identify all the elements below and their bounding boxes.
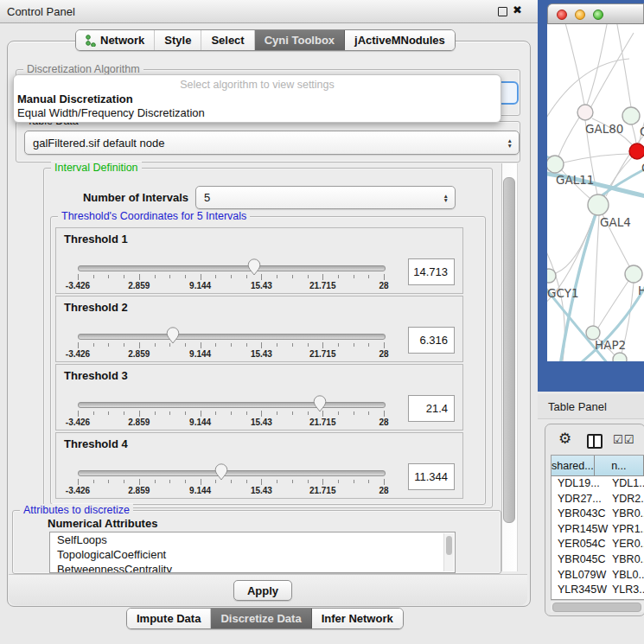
tick-mark <box>78 479 79 485</box>
tab-label: Network <box>100 34 144 47</box>
threshold-value-field[interactable]: 21.4 <box>408 395 455 422</box>
slider-thumb[interactable] <box>166 327 180 344</box>
table-cell: YDR2... <box>609 492 644 507</box>
table-row[interactable]: YDR27...YDR2... <box>552 492 644 507</box>
list-scrollbar-track[interactable] <box>443 533 454 571</box>
tick-mark <box>277 480 277 483</box>
attribute-item-topologicalcoefficient[interactable]: TopologicalCoefficient <box>50 547 455 562</box>
tab-discretize-data[interactable]: Discretize Data <box>211 609 311 628</box>
selected-red-node[interactable] <box>629 143 644 159</box>
tick-mark <box>261 411 262 417</box>
table-panel-title: Table Panel <box>538 400 607 413</box>
scale-label: 28 <box>379 281 388 290</box>
apply-button[interactable]: Apply <box>233 580 292 601</box>
bottom-node[interactable] <box>613 353 627 361</box>
scale-label: 2.859 <box>128 486 150 495</box>
tick-mark <box>277 343 277 347</box>
columns-icon[interactable] <box>587 434 603 449</box>
tick-mark <box>277 411 277 415</box>
slider-thumb[interactable] <box>247 258 261 276</box>
slider-thumb[interactable] <box>313 395 327 412</box>
tick-mark <box>124 411 124 415</box>
node-label-ga: GA <box>640 124 644 138</box>
tab-jactivemnodules[interactable]: jActiveMNodules <box>345 30 455 50</box>
threshold-value-field[interactable]: 11.344 <box>408 463 455 490</box>
node-table[interactable]: shared...n... YDL19...YDL1...YDR27...YDR… <box>551 455 644 600</box>
table-row[interactable]: YBR043CYBR0... <box>552 507 644 522</box>
dropdown-option-manual-discretization[interactable]: Manual Discretization <box>14 92 501 106</box>
tab-style[interactable]: Style <box>155 30 201 50</box>
gal4-node[interactable] <box>588 194 609 215</box>
tick-mark <box>308 480 309 483</box>
dropdown-option-equal-width-frequency-discretization[interactable]: Equal Width/Frequency Discretization <box>14 106 501 120</box>
numerical-attributes-list[interactable]: SelfLoopsTopologicalCoefficientBetweenne… <box>49 532 456 573</box>
tick-mark <box>124 343 124 347</box>
slider-thumb[interactable] <box>214 463 228 481</box>
tick-mark <box>354 480 354 483</box>
tick-mark <box>384 479 385 485</box>
table-cell: YBR045C <box>552 552 609 568</box>
network-window-titlebar[interactable] <box>547 3 644 24</box>
gal11-node[interactable] <box>547 156 564 173</box>
slider-track[interactable] <box>78 265 386 271</box>
network-canvas[interactable]: GAL80GACGAL11GAL4GCY1HHAP2 <box>547 24 644 361</box>
close-traffic-light-icon[interactable] <box>557 10 567 20</box>
group-title-attributes: Attributes to discretize <box>20 504 133 516</box>
checkbox-icons[interactable]: ☑☑ <box>613 433 634 446</box>
table-data-combobox[interactable]: galFiltered.sif default node ▲▼ <box>24 131 520 155</box>
slider-track[interactable] <box>78 402 386 408</box>
number-of-intervals-combobox[interactable]: 5 ▲▼ <box>195 186 456 209</box>
threshold-value-field[interactable]: 6.316 <box>408 327 455 354</box>
tick-mark <box>108 343 109 347</box>
tick-mark <box>201 274 201 280</box>
table-row[interactable]: YER054CYER0... <box>552 537 644 552</box>
slider-track[interactable] <box>78 470 386 476</box>
table-row[interactable]: YBL079WYBL0... <box>552 568 644 583</box>
minimize-traffic-light-icon[interactable] <box>575 10 585 20</box>
close-icon[interactable]: ✖ <box>513 3 522 16</box>
tab-cyni-toolbox[interactable]: Cyni Toolbox <box>255 30 345 50</box>
float-window-icon[interactable] <box>498 7 507 16</box>
table-row[interactable]: YDL19...YDL1... <box>552 476 644 492</box>
tick-mark <box>139 411 140 417</box>
top-right-node[interactable] <box>622 107 640 124</box>
right-node[interactable] <box>625 265 642 283</box>
attribute-item-betweennesscentrality[interactable]: BetweennessCentrality <box>50 562 455 573</box>
tick-mark <box>108 411 109 415</box>
tick-mark <box>155 480 156 483</box>
group-title-discretization-algorithm: Discretization Algorithm <box>23 63 143 75</box>
tick-mark <box>201 479 201 485</box>
table-row[interactable]: YPR145WYPR1... <box>552 522 644 538</box>
table-hscrollbar-thumb[interactable] <box>552 603 641 612</box>
tick-mark <box>169 275 170 278</box>
gear-icon[interactable]: ⚙ <box>558 431 571 446</box>
slider-ticks <box>78 479 384 486</box>
tab-label: Select <box>211 34 244 47</box>
tab-network[interactable]: Network <box>76 30 155 50</box>
tab-impute-data[interactable]: Impute Data <box>127 609 211 628</box>
tick-mark <box>201 411 201 417</box>
gal80-node[interactable] <box>577 105 593 120</box>
network-icon <box>86 35 96 47</box>
zoom-traffic-light-icon[interactable] <box>593 10 603 20</box>
attribute-item-selfloops[interactable]: SelfLoops <box>50 532 455 547</box>
slider-scale-labels: -3.4262.8599.14415.4321.71528 <box>78 349 384 359</box>
gcy1-node[interactable] <box>547 269 556 283</box>
table-row[interactable]: YLR345WYLR3... <box>552 583 644 598</box>
column-header-1[interactable]: shared... <box>552 456 595 476</box>
slider-track[interactable] <box>78 334 386 340</box>
scale-label: 21.715 <box>309 486 336 495</box>
panel-scrollbar-thumb[interactable] <box>503 177 515 523</box>
threshold-value-field[interactable]: 14.713 <box>408 258 455 285</box>
list-scrollbar-thumb[interactable] <box>446 536 452 555</box>
tick-mark <box>139 274 140 280</box>
tick-mark <box>246 411 247 415</box>
scale-label: -3.426 <box>66 349 90 359</box>
tab-infer-network[interactable]: Infer Network <box>312 609 403 628</box>
tab-select[interactable]: Select <box>201 30 254 50</box>
tick-mark <box>261 274 262 280</box>
table-row[interactable]: YBR045CYBR0... <box>552 552 644 568</box>
tick-mark <box>124 480 124 483</box>
column-header-2[interactable]: n... <box>595 456 644 476</box>
table-hscrollbar-track[interactable] <box>551 600 644 612</box>
